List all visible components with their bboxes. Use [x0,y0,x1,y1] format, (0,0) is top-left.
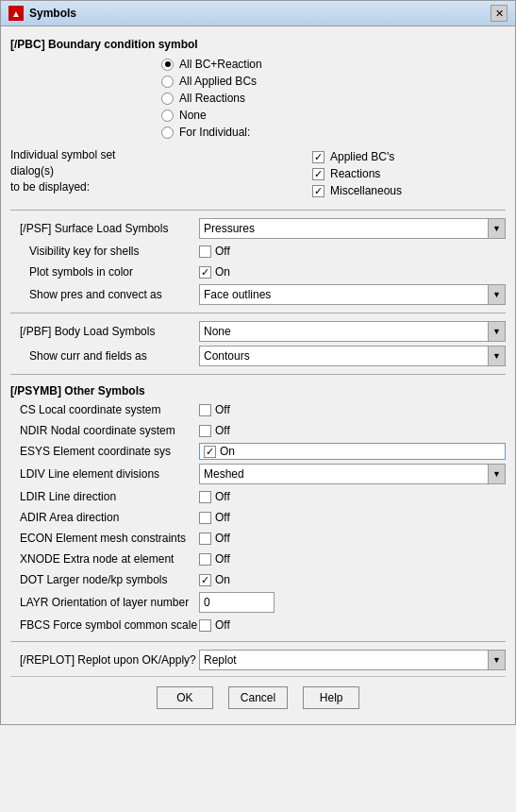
psf-pres-label: Show pres and convect as [10,288,199,301]
pbf-dropdown-arrow[interactable]: ▼ [488,322,505,341]
dialog-content: [/PBC] Boundary condition symbol All BC+… [1,26,515,724]
psymb-econ-checkbox[interactable] [199,533,211,545]
psymb-cs-check[interactable]: Off [199,403,506,416]
psymb-adir-row: ADIR Area direction Off [10,507,506,528]
psf-color-checkbox[interactable] [199,266,211,279]
replot-dropdown[interactable]: Replot ▼ [199,650,506,670]
psymb-ndir-text: Off [215,424,230,437]
replot-row: [/REPLOT] Replot upon OK/Apply? Replot ▼ [10,648,506,672]
replot-label: [/REPLOT] Replot upon OK/Apply? [10,653,199,667]
psymb-esys-text: On [220,445,235,458]
radio-input-all-bc-reaction[interactable] [161,59,174,71]
psymb-dot-checkbox[interactable] [199,574,211,586]
psf-shells-check[interactable]: Off [199,245,506,258]
radio-for-individual[interactable]: For Individual: [161,125,506,140]
title-bar: ▲ Symbols ✕ [1,1,515,26]
psymb-fbcs-check[interactable]: Off [199,618,506,632]
psymb-dot-label: DOT Larger node/kp symbols [10,573,199,586]
checkbox-input-miscellaneous[interactable] [312,185,325,197]
radio-all-bc-reaction[interactable]: All BC+Reaction [161,57,506,72]
psymb-esys-check[interactable]: On [199,443,506,460]
radio-input-all-applied-bcs[interactable] [161,76,174,88]
psymb-ldir-row: LDIR Line direction Off [10,486,506,507]
checkbox-reactions[interactable]: Reactions [312,166,402,181]
psymb-econ-label: ECON Element mesh constraints [10,532,199,545]
psymb-xnode-row: XNODE Extra node at element Off [10,549,506,569]
psymb-econ-check[interactable]: Off [199,532,506,545]
psymb-fbcs-label: FBCS Force symbol common scale [10,618,199,632]
pbf-fields-dropdown-arrow[interactable]: ▼ [488,347,505,365]
psf-shells-checkbox[interactable] [199,245,211,258]
psymb-ldiv-dropdown-arrow[interactable]: ▼ [488,465,505,483]
psymb-cs-label: CS Local coordinate system [10,403,199,416]
psymb-adir-label: ADIR Area direction [10,511,199,524]
button-row: OK Cancel Help [10,676,506,717]
radio-input-none[interactable] [161,110,174,122]
checkbox-input-applied-bcs[interactable] [312,151,325,163]
radio-input-for-individual[interactable] [161,127,174,139]
psymb-ldiv-label: LDIV Line element divisions [10,467,199,481]
psymb-econ-text: Off [215,532,230,545]
psymb-ldir-check[interactable]: Off [199,490,506,503]
divider-3 [10,374,506,375]
psf-dropdown-arrow[interactable]: ▼ [488,219,505,238]
replot-dropdown-arrow[interactable]: ▼ [488,651,505,669]
psymb-esys-checkbox[interactable] [204,446,216,458]
radio-all-reactions[interactable]: All Reactions [161,91,506,106]
psf-dropdown-control: Pressures ▼ [199,218,506,239]
ok-button[interactable]: OK [157,686,213,709]
psymb-fbcs-checkbox[interactable] [199,619,211,632]
checkbox-miscellaneous[interactable]: Miscellaneous [312,183,402,198]
psymb-esys-label: ESYS Element coordinate sys [10,445,199,458]
replot-dropdown-text: Replot [200,653,488,667]
psf-pres-dropdown-text: Face outlines [200,288,488,301]
psymb-adir-check[interactable]: Off [199,511,506,524]
radio-input-all-reactions[interactable] [161,93,174,105]
psf-color-label: Plot symbols in color [10,265,199,279]
psf-header: [/PSF] Surface Load Symbols [10,222,199,235]
radio-none[interactable]: None [161,108,506,123]
radio-all-applied-bcs[interactable]: All Applied BCs [161,74,506,89]
radio-label-all-applied-bcs: All Applied BCs [179,75,257,88]
psymb-xnode-check[interactable]: Off [199,552,506,566]
pbf-header: [/PBF] Body Load Symbols [10,325,199,338]
psymb-cs-checkbox[interactable] [199,404,211,416]
pbf-dropdown-text: None [200,325,488,338]
close-button[interactable]: ✕ [491,5,508,22]
psymb-xnode-label: XNODE Extra node at element [10,552,199,566]
pbf-main-dropdown[interactable]: None ▼ [199,321,506,342]
pbc-header: [/PBC] Boundary condition symbol [10,34,506,53]
psymb-xnode-checkbox[interactable] [199,553,211,566]
replot-section: [/REPLOT] Replot upon OK/Apply? Replot ▼ [10,648,506,672]
psymb-adir-checkbox[interactable] [199,512,211,524]
psf-shells-row: Visibility key for shells Off [10,241,506,262]
psf-color-check[interactable]: On [199,265,506,279]
psf-color-text: On [215,265,230,279]
psymb-layr-input[interactable] [199,592,275,613]
psymb-ndir-checkbox[interactable] [199,425,211,437]
checkbox-applied-bcs[interactable]: Applied BC's [312,149,402,164]
checkbox-label-miscellaneous: Miscellaneous [330,184,402,197]
psf-main-dropdown[interactable]: Pressures ▼ [199,218,506,239]
psf-pres-dropdown[interactable]: Face outlines ▼ [199,284,506,305]
psymb-ldir-label: LDIR Line direction [10,490,199,503]
psf-shells-control: Off [199,245,506,258]
psymb-dot-check[interactable]: On [199,573,506,586]
help-button[interactable]: Help [303,686,359,709]
pbf-main-control: None ▼ [199,321,506,342]
divider-4 [10,641,506,642]
psymb-xnode-text: Off [215,552,230,566]
pbc-section: [/PBC] Boundary condition symbol All BC+… [10,34,506,204]
checkbox-input-reactions[interactable] [312,168,325,180]
psf-pres-control: Face outlines ▼ [199,284,506,305]
psf-pres-dropdown-arrow[interactable]: ▼ [488,285,505,304]
cancel-button[interactable]: Cancel [228,686,288,709]
psf-color-row: Plot symbols in color On [10,262,506,282]
pbf-fields-dropdown[interactable]: Contours ▼ [199,346,506,366]
psymb-ndir-check[interactable]: Off [199,424,506,437]
psymb-ldiv-dropdown[interactable]: Meshed ▼ [199,464,506,484]
psf-shells-label: Visibility key for shells [10,245,199,258]
pbf-fields-row: Show curr and fields as Contours ▼ [10,344,506,368]
individual-checkboxes: Applied BC's Reactions Miscellaneous [312,147,402,200]
psymb-ldir-checkbox[interactable] [199,491,211,503]
